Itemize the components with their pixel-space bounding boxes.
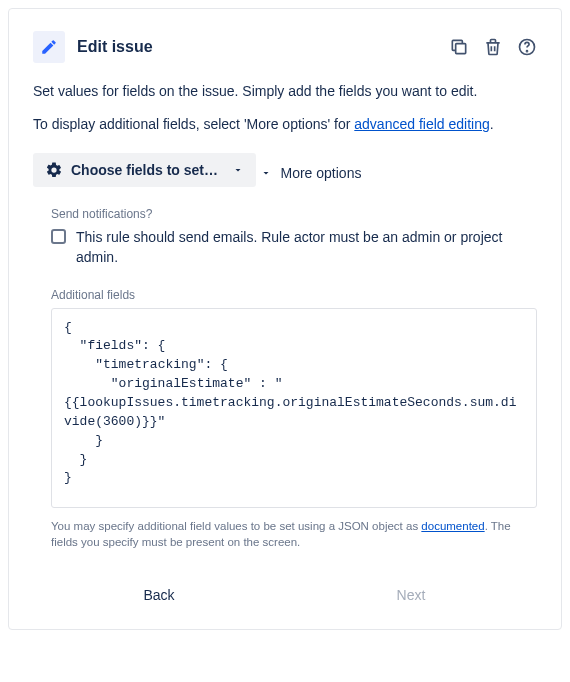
trash-icon[interactable] [483, 37, 503, 57]
desc2-post: . [490, 116, 494, 132]
choose-fields-label: Choose fields to set… [71, 162, 218, 178]
copy-icon[interactable] [449, 37, 469, 57]
header-actions [449, 37, 537, 57]
chevron-down-icon [232, 164, 244, 176]
next-button: Next [285, 579, 537, 611]
gear-icon [45, 161, 63, 179]
send-notifications-heading: Send notifications? [51, 207, 537, 221]
panel-header: Edit issue [33, 31, 537, 63]
notifications-checkbox[interactable] [51, 229, 66, 244]
back-button[interactable]: Back [33, 579, 285, 611]
more-options-content: Send notifications? This rule should sen… [33, 207, 537, 551]
advanced-field-editing-link[interactable]: advanced field editing [354, 116, 489, 132]
additional-fields-textarea[interactable] [51, 308, 537, 508]
more-options-toggle[interactable]: More options [260, 165, 361, 181]
documented-link[interactable]: documented [421, 520, 484, 532]
pencil-icon [40, 38, 58, 56]
panel-title: Edit issue [77, 38, 437, 56]
description-2: To display additional fields, select 'Mo… [33, 114, 537, 135]
edit-icon-box [33, 31, 65, 63]
notifications-checkbox-row: This rule should send emails. Rule actor… [51, 227, 537, 268]
footer: Back Next [33, 579, 537, 611]
additional-fields-hint: You may specify additional field values … [51, 518, 537, 551]
svg-point-2 [527, 51, 528, 52]
edit-issue-panel: Edit issue Set values [8, 8, 562, 630]
desc2-pre: To display additional fields, select 'Mo… [33, 116, 354, 132]
notifications-checkbox-label: This rule should send emails. Rule actor… [76, 227, 537, 268]
svg-rect-0 [456, 44, 466, 54]
description-1: Set values for fields on the issue. Simp… [33, 81, 537, 102]
choose-fields-button[interactable]: Choose fields to set… [33, 153, 256, 187]
help-icon[interactable] [517, 37, 537, 57]
hint-pre: You may specify additional field values … [51, 520, 421, 532]
additional-fields-heading: Additional fields [51, 288, 537, 302]
more-options-label: More options [280, 165, 361, 181]
chevron-down-icon [260, 167, 272, 179]
